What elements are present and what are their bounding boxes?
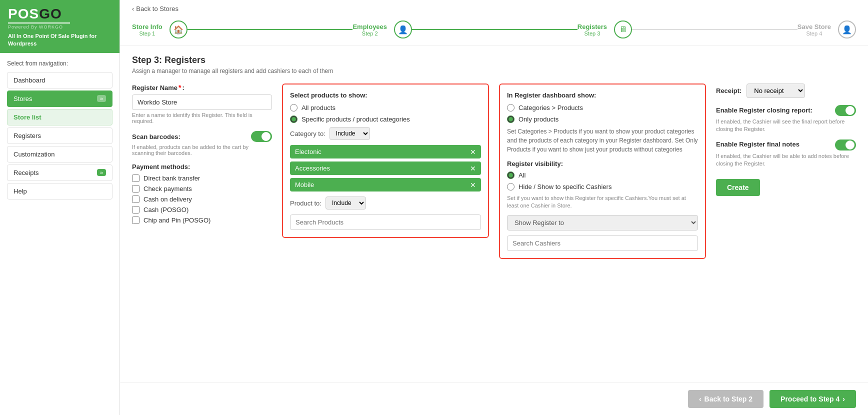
sidebar-item-help[interactable]: Help <box>7 183 112 200</box>
radio-visibility-all-input[interactable] <box>507 172 514 179</box>
scan-barcodes-row: Scan barcodes: <box>132 131 272 142</box>
step-4-label: Save Store Step 4 <box>798 23 831 36</box>
logo-pos: POS <box>8 6 39 22</box>
step-line-2 <box>412 29 578 30</box>
proceed-label: Proceed to Step 4 <box>780 395 840 403</box>
sidebar-item-stores[interactable]: Stores » <box>7 90 112 107</box>
sidebar-item-label: Stores <box>14 95 32 102</box>
final-notes-toggle[interactable] <box>835 140 856 150</box>
sidebar-item-store-list[interactable]: Store list <box>7 109 112 126</box>
tag-mobile-remove[interactable]: ✕ <box>470 182 476 188</box>
chevron-right-icon: › <box>842 395 845 403</box>
product-to-select[interactable]: Include Exclude <box>326 196 366 210</box>
search-cashiers-input[interactable] <box>507 236 698 251</box>
tag-electronic-label: Electonic <box>295 148 322 156</box>
sidebar-item-badge: » <box>97 169 106 176</box>
proceed-button[interactable]: Proceed to Step 4 › <box>770 390 856 408</box>
payment-chip-pin-checkbox[interactable] <box>132 216 140 224</box>
sidebar-item-receipts[interactable]: Receipts » <box>7 164 112 181</box>
radio-all-products-label: All products <box>302 104 336 112</box>
tag-accessories-remove[interactable]: ✕ <box>470 165 476 172</box>
page-title-registers: Registers <box>164 55 206 65</box>
create-button[interactable]: Create <box>716 179 760 196</box>
sidebar-item-registers[interactable]: Registers <box>7 128 112 144</box>
step-3-icon: 🖥 <box>614 20 632 38</box>
category-to-label: Category to: <box>290 130 326 138</box>
radio-visibility-all[interactable]: All <box>507 172 698 179</box>
tag-accessories: Accessories ✕ <box>290 162 481 175</box>
back-to-stores-link[interactable]: ‹ Back to Stores <box>132 5 856 12</box>
tag-mobile: Mobile ✕ <box>290 178 481 192</box>
radio-visibility-hide-show-label: Hide / Show to specific Cashiers <box>518 183 612 190</box>
radio-only-products-label: Only products <box>518 116 558 123</box>
register-name-input[interactable] <box>132 94 272 110</box>
step-2[interactable]: Employees Step 2 👤 <box>352 20 412 38</box>
receipt-label: Receipt: <box>716 87 742 94</box>
products-panel-title: Select products to show: <box>290 92 481 99</box>
radio-categories-products-label: Categories > Products <box>518 104 583 112</box>
step-2-icon: 👤 <box>394 20 412 38</box>
step-1[interactable]: Store Info Step 1 🏠 <box>132 20 188 38</box>
radio-only-products[interactable]: Only products <box>507 116 698 123</box>
payment-cash-posgo-checkbox[interactable] <box>132 206 140 214</box>
payment-check: Check payments <box>132 185 272 192</box>
sidebar-item-label: Registers <box>14 132 41 140</box>
radio-all-products[interactable]: All products <box>290 104 481 112</box>
payment-cash-posgo-label: Cash (POSGO) <box>144 206 188 214</box>
show-register-to-select[interactable]: Show Register to <box>507 215 698 230</box>
chevron-left-icon: ‹ <box>699 395 702 403</box>
product-to-label: Product to: <box>290 200 322 207</box>
back-step-label: Back to Step 2 <box>704 395 752 403</box>
payment-chip-pin-label: Chip and Pin (POSGO) <box>144 216 210 224</box>
category-to-select[interactable]: Include Exclude <box>330 127 370 140</box>
payment-direct-bank: Direct bank transfer <box>132 174 272 182</box>
scan-barcodes-toggle[interactable] <box>251 131 272 142</box>
closing-report-toggle[interactable] <box>835 105 856 116</box>
payment-cod-checkbox[interactable] <box>132 196 140 203</box>
sidebar-item-dashboard[interactable]: Dashboard <box>7 72 112 88</box>
sidebar: POSGO Powered By WORKGO All In One Point… <box>0 0 120 415</box>
radio-only-products-input[interactable] <box>507 116 514 123</box>
sidebar-nav-label: Select from navigation: <box>7 60 112 67</box>
sidebar-item-label: Store list <box>14 114 42 121</box>
closing-report-hint: If enabled, the Cashier will see the fin… <box>716 118 856 134</box>
sidebar-item-label: Customization <box>14 150 54 158</box>
receipt-select[interactable]: No receipt Basic receipt Full receipt <box>746 84 805 98</box>
payment-chip-pin: Chip and Pin (POSGO) <box>132 216 272 224</box>
step-3-label: Registers Step 3 <box>578 23 607 36</box>
closing-report-row: Enable Register closing report: If enabl… <box>716 105 856 134</box>
final-notes-label: Enable Register final notes <box>716 140 800 149</box>
radio-specific-products[interactable]: Specific products / product categories <box>290 116 481 123</box>
dashboard-description: Set Categories > Products if you want to… <box>507 127 698 154</box>
sidebar-item-customization[interactable]: Customization <box>7 146 112 162</box>
content-area: Step 3: Registers Assign a manager to ma… <box>120 46 868 382</box>
radio-specific-products-input[interactable] <box>290 116 298 123</box>
step-3[interactable]: Registers Step 3 🖥 <box>578 20 632 38</box>
step-4[interactable]: Save Store Step 4 👤 <box>798 20 856 38</box>
dashboard-panel: In Register dashboard show: Categories >… <box>499 84 706 259</box>
radio-visibility-all-label: All <box>518 172 526 179</box>
payment-direct-bank-checkbox[interactable] <box>132 174 140 182</box>
radio-categories-products-input[interactable] <box>507 104 514 112</box>
chevron-left-icon: ‹ <box>132 5 134 12</box>
tag-electronic: Electonic ✕ <box>290 145 481 158</box>
receipt-row: Receipt: No receipt Basic receipt Full r… <box>716 84 856 98</box>
sidebar-logo: POSGO Powered By WORKGO All In One Point… <box>0 0 120 53</box>
step-1-label: Store Info Step 1 <box>132 23 162 36</box>
radio-all-products-input[interactable] <box>290 104 298 112</box>
payment-cod: Cash on delivery <box>132 196 272 203</box>
payment-check-checkbox[interactable] <box>132 185 140 192</box>
back-step-button[interactable]: ‹ Back to Step 2 <box>688 390 764 408</box>
back-link-text: Back to Stores <box>136 5 178 12</box>
sidebar-item-badge: » <box>97 95 106 102</box>
search-products-input[interactable] <box>290 214 481 230</box>
step-line-3 <box>632 29 798 30</box>
radio-visibility-hide-show[interactable]: Hide / Show to specific Cashiers <box>507 183 698 190</box>
radio-visibility-hide-show-input[interactable] <box>507 183 514 190</box>
scan-barcodes-label: Scan barcodes: <box>132 133 180 140</box>
tag-electronic-remove[interactable]: ✕ <box>470 148 476 156</box>
sidebar-item-label: Dashboard <box>14 76 46 84</box>
radio-categories-products[interactable]: Categories > Products <box>507 104 698 112</box>
final-notes-row: Enable Register final notes If enabled, … <box>716 140 856 168</box>
register-name-hint: Enter a name to identify this Register. … <box>132 112 272 124</box>
